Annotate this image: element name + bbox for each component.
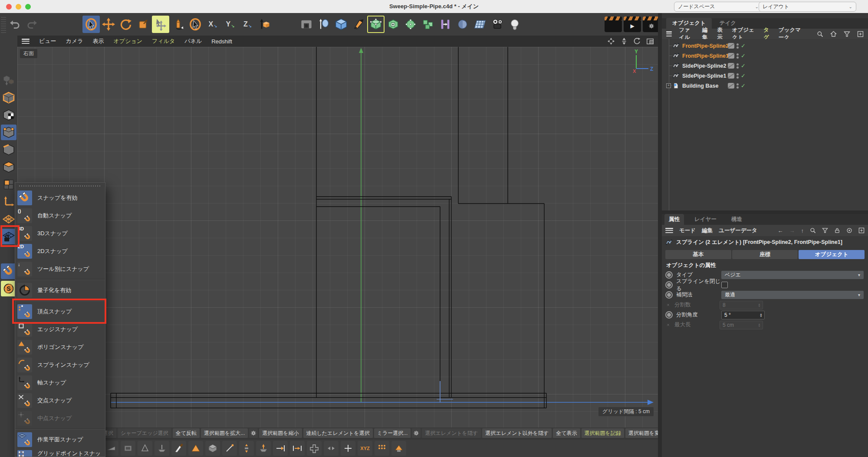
type-dropdown[interactable]: ベジエ▾ xyxy=(721,271,864,279)
visibility-dots-icon[interactable] xyxy=(736,73,739,79)
rotate-tool[interactable] xyxy=(117,16,135,33)
uv-mode-button[interactable] xyxy=(1,177,16,192)
x-axis-lock-button[interactable]: X↘ xyxy=(204,16,221,33)
toggle-view-icon[interactable] xyxy=(645,36,655,46)
viewport-menu-camera[interactable]: カメラ xyxy=(66,37,83,45)
pen-tool-icon[interactable] xyxy=(350,16,367,33)
menu-item-axis-snap[interactable]: 軸スナップ xyxy=(15,374,105,391)
menu-tearoff-handle[interactable] xyxy=(15,183,105,189)
object-row[interactable]: + Building Base ✓ xyxy=(662,81,868,91)
modeling-tool-icon[interactable] xyxy=(239,441,254,456)
menu-item-3d-snap[interactable]: 3D 3Dスナップ xyxy=(15,224,105,242)
keyframe-toggle-icon[interactable] xyxy=(665,271,673,279)
modeling-tool-icon[interactable] xyxy=(341,441,355,456)
modeling-tool-icon[interactable] xyxy=(256,441,271,456)
viewport-menu-view[interactable]: ビュー xyxy=(39,37,56,45)
gear-icon[interactable] xyxy=(412,428,421,438)
polygon-object-icon[interactable] xyxy=(385,16,402,33)
command-button[interactable]: ミラー選択... xyxy=(374,428,411,438)
modeling-tool-icon[interactable] xyxy=(391,441,406,456)
close-window-button[interactable] xyxy=(6,4,12,10)
command-button[interactable]: 選択エレメント以外を隠す xyxy=(482,428,552,438)
layer-chip-icon[interactable] xyxy=(728,43,734,49)
expand-icon[interactable]: + xyxy=(666,83,671,88)
viewport-menu-display[interactable]: 表示 xyxy=(93,37,104,45)
visibility-dots-icon[interactable] xyxy=(736,63,739,69)
enabled-check-icon[interactable]: ✓ xyxy=(741,72,746,79)
subdivision-surface-icon[interactable] xyxy=(367,16,385,33)
workplane-mode-button[interactable] xyxy=(1,211,16,227)
workplane-view-icon[interactable] xyxy=(471,16,489,33)
layer-chip-icon[interactable] xyxy=(728,73,734,79)
menu-item-polygon-snap[interactable]: ポリゴンスナップ xyxy=(15,338,105,356)
texture-mode-button[interactable] xyxy=(1,107,16,123)
tab-attributes[interactable]: 属性 xyxy=(664,214,684,225)
rotate-view-icon[interactable] xyxy=(632,36,642,46)
menu-item-intersection-snap[interactable]: 交点スナップ xyxy=(15,391,105,409)
quantize-settings-button[interactable]: S xyxy=(1,281,16,296)
keyframe-toggle-icon[interactable] xyxy=(665,281,673,289)
section-coords-button[interactable]: 座標 xyxy=(732,250,798,259)
snap-move-tool[interactable] xyxy=(152,16,169,33)
close-spline-checkbox[interactable] xyxy=(721,282,728,288)
coordinate-system-button[interactable] xyxy=(256,16,273,33)
cluster-icon[interactable] xyxy=(402,16,419,33)
zoom-window-button[interactable] xyxy=(25,4,31,10)
menu-item-enable-quantize[interactable]: 量子化を有効 xyxy=(15,281,105,299)
angle-spinner[interactable]: 5 °▲▼ xyxy=(721,311,765,319)
panel-splitter[interactable] xyxy=(662,210,868,214)
object-manager-menu-icon[interactable] xyxy=(666,31,672,36)
record-icon[interactable] xyxy=(846,227,852,233)
keyframe-toggle-icon[interactable] xyxy=(665,291,673,299)
layout-dropdown[interactable]: レイアウト⌄ xyxy=(759,2,856,12)
y-axis-lock-button[interactable]: Y↘ xyxy=(221,16,239,33)
search-icon[interactable] xyxy=(810,227,816,233)
modify-axis-tool[interactable] xyxy=(169,16,187,33)
scale-tool[interactable] xyxy=(135,16,152,33)
deformer-icon[interactable] xyxy=(437,16,454,33)
render-view-button[interactable] xyxy=(298,16,315,33)
object-row[interactable]: SidePipe-Spline2 ✓ xyxy=(662,61,868,71)
knife-tool-icon[interactable] xyxy=(171,441,186,456)
primitive-cube-icon[interactable] xyxy=(332,16,350,33)
modeling-tool-icon[interactable] xyxy=(205,441,220,456)
render-settings-button[interactable] xyxy=(643,16,660,32)
undo-button[interactable] xyxy=(6,16,23,33)
modeling-tool-icon[interactable] xyxy=(155,441,169,456)
spline-tools-icon[interactable] xyxy=(315,16,332,33)
minimize-window-button[interactable] xyxy=(16,4,21,10)
keyframe-toggle-icon[interactable] xyxy=(665,311,673,319)
menu-item-2d-snap[interactable]: 2D 2Dスナップ xyxy=(15,242,105,260)
menu-item-enable-snap[interactable]: スナップを有効 xyxy=(15,189,105,207)
viewport-menu-options[interactable]: オプション xyxy=(114,37,143,45)
command-button[interactable]: 選択範囲を記録 xyxy=(582,428,624,438)
snap-toggle-button[interactable] xyxy=(1,263,16,279)
viewport-menu-filter[interactable]: フィルタ xyxy=(152,37,175,45)
enabled-check-icon[interactable]: ✓ xyxy=(741,82,746,89)
viewport-canvas[interactable]: 右面 Y Z X グリッド間隔 : 5 cm xyxy=(17,47,658,427)
home-icon[interactable] xyxy=(830,31,837,37)
viewport-menu-redshift[interactable]: Redshift xyxy=(211,38,232,45)
menu-item-workplane-snap[interactable]: 作業平面スナップ xyxy=(15,431,105,448)
enabled-check-icon[interactable]: ✓ xyxy=(741,53,746,59)
modeling-tool-icon[interactable] xyxy=(273,441,288,456)
add-icon[interactable] xyxy=(857,31,864,37)
field-icon[interactable] xyxy=(454,16,471,33)
z-axis-lock-button[interactable]: Z↘ xyxy=(239,16,256,33)
pan-view-icon[interactable] xyxy=(606,36,616,46)
menu-item-auto-snap[interactable]: () 自動スナップ xyxy=(15,207,105,224)
command-button[interactable]: 選択範囲を拡大... xyxy=(201,428,248,438)
visibility-dots-icon[interactable] xyxy=(736,53,739,59)
object-row[interactable]: FrontPipe-Spline2 ✓ xyxy=(662,41,868,51)
modeling-tool-icon[interactable] xyxy=(222,441,237,456)
axis-mode-button[interactable] xyxy=(1,194,16,210)
visibility-dots-icon[interactable] xyxy=(736,83,739,89)
layer-chip-icon[interactable] xyxy=(728,53,734,59)
array-icon[interactable] xyxy=(419,16,437,33)
toolbar-grip[interactable] xyxy=(1,16,6,33)
am-menu-userdata[interactable]: ユーザーデータ xyxy=(719,227,757,234)
search-icon[interactable] xyxy=(817,31,823,37)
command-button[interactable]: 選択範囲を縮小 xyxy=(259,428,302,438)
command-button[interactable]: 連続したエレメントを選択 xyxy=(303,428,373,438)
section-basic-button[interactable]: 基本 xyxy=(665,250,731,259)
